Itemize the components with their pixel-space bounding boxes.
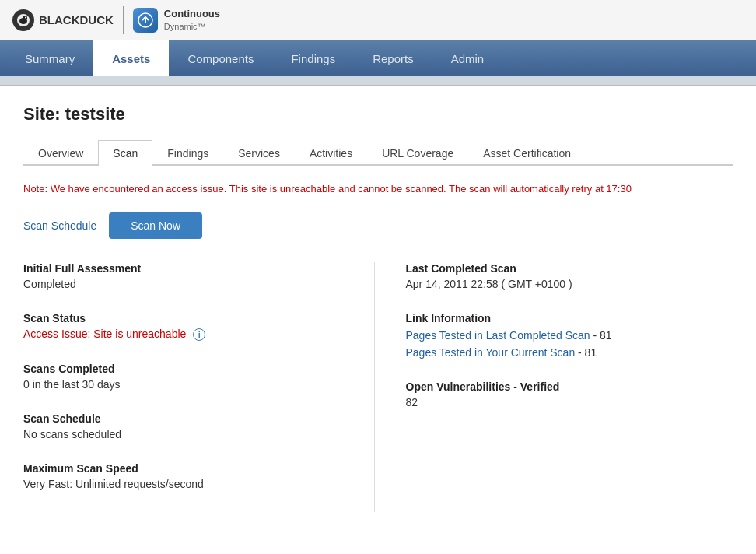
nav-item-assets[interactable]: Assets: [93, 40, 169, 76]
action-row: Scan Schedule Scan Now: [23, 212, 733, 239]
duck-icon: [12, 9, 34, 31]
nav-item-components[interactable]: Components: [169, 40, 272, 76]
open-vulnerabilities-section: Open Vulnerabilities - Verified 82: [406, 380, 733, 408]
last-completed-scan-section: Last Completed Scan Apr 14, 2011 22:58 (…: [406, 262, 733, 290]
logo-separator: [123, 6, 124, 34]
nav-item-findings[interactable]: Findings: [272, 40, 354, 76]
info-icon[interactable]: i: [193, 328, 205, 341]
scan-schedule-value: No scans scheduled: [23, 428, 351, 440]
open-vulnerabilities-value: 82: [406, 396, 733, 408]
initial-assessment-label: Initial Full Assessment: [23, 262, 351, 275]
nav-item-reports[interactable]: Reports: [354, 40, 432, 76]
continuous-text: Continuous Dynamic™: [164, 8, 220, 32]
scans-completed-value: 0 in the last 30 days: [23, 378, 351, 391]
link-information-section: Link Information Pages Tested in Last Co…: [406, 312, 733, 359]
initial-assessment-value: Completed: [23, 278, 351, 290]
tab-url-coverage[interactable]: URL Coverage: [367, 140, 468, 166]
content-wrapper: Site: testsite Overview Scan Findings Se…: [0, 76, 756, 554]
two-col-layout: Initial Full Assessment Completed Scan S…: [23, 262, 733, 512]
tab-overview[interactable]: Overview: [23, 140, 98, 166]
left-column: Initial Full Assessment Completed Scan S…: [23, 262, 375, 512]
main-content: Site: testsite Overview Scan Findings Se…: [0, 86, 756, 531]
last-completed-scan-label: Last Completed Scan: [406, 262, 733, 275]
tab-scan[interactable]: Scan: [98, 140, 152, 166]
scan-now-button[interactable]: Scan Now: [109, 212, 202, 239]
tab-services[interactable]: Services: [223, 140, 295, 166]
continuous-icon: [133, 8, 158, 33]
max-scan-speed-section: Maximum Scan Speed Very Fast: Unlimited …: [23, 462, 351, 490]
svg-point-2: [23, 16, 27, 20]
scan-schedule-section: Scan Schedule No scans scheduled: [23, 412, 351, 440]
main-nav: Summary Assets Components Findings Repor…: [0, 40, 756, 76]
sub-header-bar: [0, 76, 756, 86]
svg-point-3: [25, 16, 26, 18]
pages-tested-current-value: - 81: [578, 346, 597, 359]
tab-bar: Overview Scan Findings Services Activiti…: [23, 140, 733, 166]
pages-tested-current-row: Pages Tested in Your Current Scan - 81: [406, 346, 733, 359]
pages-tested-last-value: - 81: [593, 329, 612, 342]
blackduck-logo: BLACKDUCK: [12, 9, 114, 31]
scan-schedule-label: Scan Schedule: [23, 412, 351, 425]
scan-schedule-link[interactable]: Scan Schedule: [23, 219, 96, 232]
logo-area: BLACKDUCK Continuous Dynamic™: [12, 6, 220, 34]
link-information-label: Link Information: [406, 312, 733, 324]
app-header: BLACKDUCK Continuous Dynamic™: [0, 0, 756, 40]
right-column: Last Completed Scan Apr 14, 2011 22:58 (…: [375, 262, 733, 512]
blackduck-wordmark: BLACKDUCK: [39, 13, 114, 26]
max-scan-speed-label: Maximum Scan Speed: [23, 462, 351, 475]
scans-completed-label: Scans Completed: [23, 363, 351, 375]
page-title: Site: testsite: [23, 104, 733, 124]
scan-status-section: Scan Status Access Issue: Site is unreac…: [23, 312, 351, 341]
scans-completed-section: Scans Completed 0 in the last 30 days: [23, 363, 351, 391]
scan-status-value: Access Issue: Site is unreachable i: [23, 328, 351, 341]
nav-item-summary[interactable]: Summary: [6, 40, 93, 76]
pages-tested-current-link[interactable]: Pages Tested in Your Current Scan: [406, 346, 576, 359]
last-completed-scan-value: Apr 14, 2011 22:58 ( GMT +0100 ): [406, 278, 733, 290]
pages-tested-last-row: Pages Tested in Last Completed Scan - 81: [406, 329, 733, 342]
max-scan-speed-value: Very Fast: Unlimited requests/second: [23, 478, 351, 490]
tab-findings[interactable]: Findings: [152, 140, 223, 166]
tab-activities[interactable]: Activities: [295, 140, 367, 166]
pages-tested-last-link[interactable]: Pages Tested in Last Completed Scan: [406, 329, 590, 342]
warning-message: Note: We have encountered an access issu…: [23, 181, 733, 197]
scan-status-label: Scan Status: [23, 312, 351, 324]
tab-asset-certification[interactable]: Asset Certification: [468, 140, 586, 166]
open-vulnerabilities-label: Open Vulnerabilities - Verified: [406, 380, 733, 393]
nav-item-admin[interactable]: Admin: [432, 40, 503, 76]
initial-assessment-section: Initial Full Assessment Completed: [23, 262, 351, 290]
continuous-dynamic-logo: Continuous Dynamic™: [133, 8, 220, 33]
